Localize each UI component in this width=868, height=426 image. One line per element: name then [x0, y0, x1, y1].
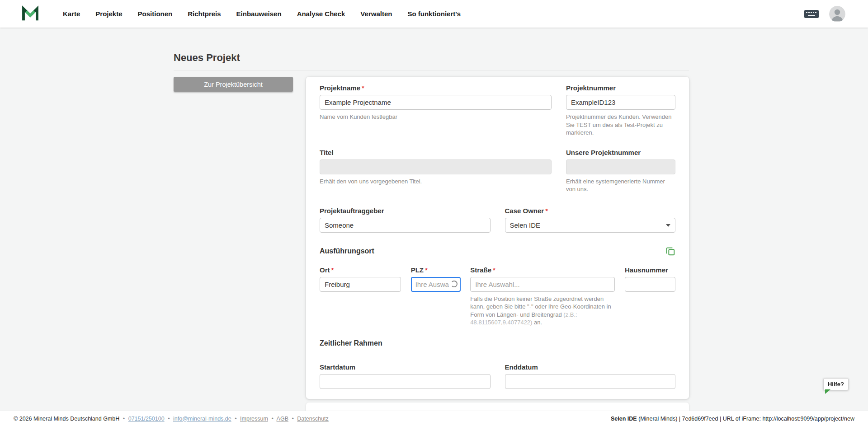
projektauftraggeber-input[interactable] [320, 218, 491, 233]
user-avatar[interactable] [829, 6, 845, 22]
unsere-projektnummer-helper: Erhält eine systemgenerierte Nummer von … [566, 178, 675, 193]
projektname-input[interactable] [320, 95, 552, 110]
ausfuehrungsort-heading: Ausführungsort [320, 247, 374, 255]
hausnummer-input[interactable] [625, 277, 675, 292]
plz-label-text: PLZ [411, 266, 424, 274]
projektname-label: Projektname* [320, 84, 552, 92]
footer-session-user: Selen IDE [611, 416, 637, 422]
projektnummer-label: Projektnummer [566, 84, 675, 92]
projektname-label-text: Projektname [320, 84, 360, 92]
strasse-helper-text: Falls die Position keiner Straße zugeord… [470, 295, 611, 318]
titel-input-disabled [320, 159, 552, 174]
titel-label: Titel [320, 149, 552, 156]
required-asterisk: * [331, 266, 334, 274]
startdatum-label: Startdatum [320, 363, 491, 371]
unsere-projektnummer-input-disabled [566, 159, 675, 174]
footer-email-link[interactable]: info@mineral-minds.de [173, 416, 231, 422]
zeitlicher-rahmen-heading: Zeitlicher Rahmen [320, 339, 675, 353]
ort-label-text: Ort [320, 266, 330, 274]
nav-item-karte[interactable]: Karte [63, 10, 80, 18]
nav-item-verwalten[interactable]: Verwalten [360, 10, 392, 18]
strasse-label: Straße* [470, 266, 615, 274]
ort-input[interactable] [320, 277, 401, 292]
footer-copyright: © 2026 Mineral Minds Deutschland GmbH [14, 416, 119, 422]
mineral-minds-logo-icon[interactable] [21, 5, 39, 23]
strasse-label-text: Straße [470, 266, 491, 274]
hausnummer-label: Hausnummer [625, 266, 675, 274]
duplicate-icon[interactable] [665, 246, 675, 256]
nav-item-projekte[interactable]: Projekte [95, 10, 122, 18]
footer-session-info: Selen IDE (Mineral Minds) | 7ed6d69f7eed… [611, 416, 854, 422]
chevron-down-icon [666, 224, 670, 227]
help-bubble-button[interactable]: Hilfe? [823, 378, 849, 390]
case-owner-label: Case Owner* [505, 207, 676, 215]
nav-item-so-funktionierts[interactable]: So funktioniert's [407, 10, 461, 18]
page-title: Neues Projekt [174, 52, 689, 64]
footer-separator: • [235, 416, 236, 422]
footer-datenschutz-link[interactable]: Datenschutz [297, 416, 328, 422]
back-to-project-overview-button[interactable]: Zur Projektübersicht [174, 77, 293, 92]
required-asterisk: * [425, 266, 428, 274]
startdatum-input[interactable] [320, 374, 491, 389]
nav-item-richtpreis[interactable]: Richtpreis [188, 10, 221, 18]
case-owner-selected-value: Selen IDE [510, 221, 541, 229]
projektnummer-helper: Projektnummer des Kunden. Verwenden Sie … [566, 113, 675, 137]
titel-helper: Erhält den von uns vorgegebenen Titel. [320, 178, 552, 186]
unsere-projektnummer-label: Unsere Projektnummer [566, 149, 675, 156]
strasse-helper-suffix: an. [532, 319, 542, 326]
required-asterisk: * [362, 84, 364, 92]
strasse-helper: Falls die Position keiner Straße zugeord… [470, 295, 615, 327]
footer-bar: © 2026 Mineral Minds Deutschland GmbH • … [0, 411, 868, 426]
nav-item-analyse-check[interactable]: Analyse Check [297, 10, 345, 18]
footer-separator: • [292, 416, 293, 422]
footer-separator: • [123, 416, 125, 422]
footer-impressum-link[interactable]: Impressum [240, 416, 268, 422]
strasse-input[interactable] [470, 277, 615, 292]
projektauftraggeber-label: Projektauftraggeber [320, 207, 491, 215]
footer-phone-link[interactable]: 07151/250100 [128, 416, 165, 422]
enddatum-label: Enddatum [505, 363, 676, 371]
enddatum-input[interactable] [505, 374, 676, 389]
case-owner-select[interactable]: Selen IDE [505, 218, 676, 233]
loading-spinner-icon [451, 281, 458, 287]
main-content: Neues Projekt Zur Projektübersicht Proje… [0, 28, 868, 412]
top-navbar: Karte Projekte Positionen Richtpreis Ein… [0, 0, 868, 28]
nav-item-positionen[interactable]: Positionen [138, 10, 173, 18]
required-asterisk: * [493, 266, 495, 274]
footer-separator: • [271, 416, 273, 422]
ort-label: Ort* [320, 266, 401, 274]
footer-agb-link[interactable]: AGB [277, 416, 288, 422]
footer-left: © 2026 Mineral Minds Deutschland GmbH • … [14, 416, 330, 422]
nav-item-einbauweisen[interactable]: Einbauweisen [236, 10, 282, 18]
footer-separator: • [168, 416, 170, 422]
main-navigation: Karte Projekte Positionen Richtpreis Ein… [63, 10, 461, 18]
case-owner-label-text: Case Owner [505, 207, 544, 215]
keyboard-icon[interactable] [804, 9, 819, 19]
projektnummer-input[interactable] [566, 95, 675, 110]
new-project-form-card: Projektname* Name vom Kunden festlegbar … [306, 77, 689, 399]
plz-label: PLZ* [411, 266, 461, 274]
projektname-helper: Name vom Kunden festlegbar [320, 113, 552, 121]
footer-session-rest: (Mineral Minds) | 7ed6d69f7eed | URL of … [637, 416, 854, 422]
required-asterisk: * [545, 207, 548, 215]
